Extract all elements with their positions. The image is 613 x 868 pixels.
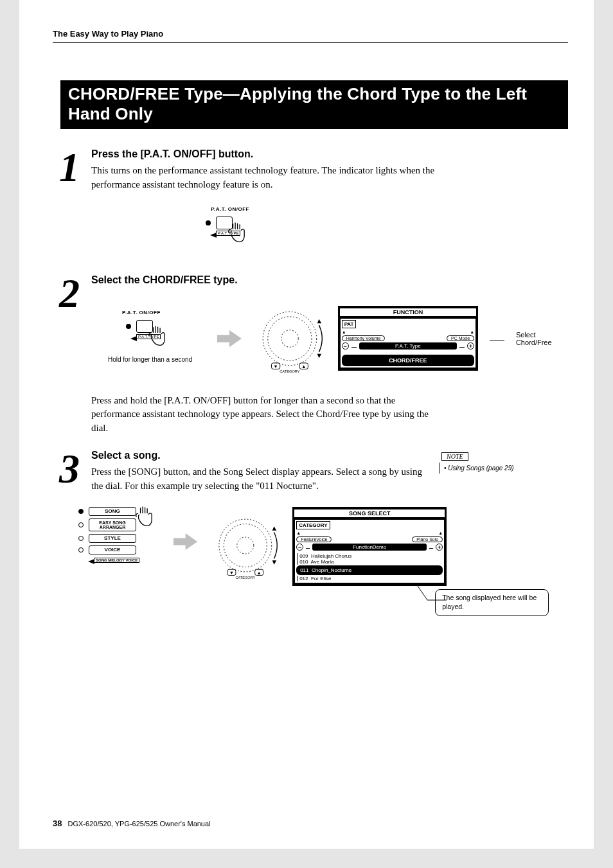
song-button: SONG	[89, 507, 136, 516]
lcd-title: FUNCTION	[340, 308, 477, 316]
svg-text:▲: ▲	[256, 570, 261, 576]
led-off-icon	[78, 547, 84, 553]
pat-onoff-label: P.A.T. ON/OFF	[108, 310, 206, 315]
lcd-bar-label: P.A.T. Type	[359, 342, 458, 350]
indicator-led-icon	[126, 324, 131, 329]
svg-point-1	[268, 316, 312, 360]
step1-illustration: P.A.T. ON/OFF P.A.T. TYPE	[188, 206, 549, 258]
style-button: STYLE	[89, 534, 136, 543]
page-footer: 38 DGX-620/520, YPG-625/525 Owner's Manu…	[53, 819, 211, 828]
pat-button-diagram: P.A.T. ON/OFF P.A.T. TYPE Hold for longe…	[108, 310, 206, 368]
pat-button-diagram: P.A.T. ON/OFF P.A.T. TYPE	[188, 206, 258, 258]
callout-connector	[490, 341, 504, 341]
svg-marker-12	[272, 526, 276, 531]
callout-song-displayed: The song displayed here will be played.	[435, 589, 549, 616]
lcd-bar-label: FunctionDemo	[312, 544, 427, 551]
svg-marker-3	[317, 319, 321, 323]
minus-icon: −	[342, 342, 349, 350]
svg-text:▼: ▼	[229, 570, 233, 576]
step-body: Press the [P.A.T. ON/OFF] button. This t…	[91, 148, 568, 261]
lcd-pill-left: Harmony Volume	[342, 335, 386, 341]
step-text: This turns on the performance assistant …	[91, 164, 438, 192]
step2-illustration: P.A.T. ON/OFF P.A.T. TYPE Hold for longe…	[91, 300, 571, 377]
step-1: 1 Press the [P.A.T. ON/OFF] button. This…	[53, 148, 568, 261]
indicator-led-icon	[206, 220, 211, 226]
song-buttons-diagram: SONG EASY SONG ARRANGER STYLE	[78, 507, 162, 563]
step-title: Press the [P.A.T. ON/OFF] button.	[91, 148, 549, 160]
svg-text:▼: ▼	[273, 363, 278, 369]
step-body: Select a song. Press the [SONG] button, …	[91, 450, 568, 620]
list-item-selected: 011 Chopin_Nocturne	[296, 565, 443, 575]
step-title: Select the CHORD/FREE type.	[91, 274, 571, 286]
note-box: NOTE • Using Songs (page 29)	[440, 452, 549, 474]
svg-point-10	[224, 524, 267, 567]
step-3: 3 Select a song. Press the [SONG] button…	[53, 450, 568, 620]
song-list: 009 Hallelujah Chorus 010 Ave Maria 011 …	[296, 553, 443, 581]
svg-point-9	[218, 519, 271, 572]
svg-point-11	[236, 537, 253, 554]
step-body: Select the CHORD/FREE type. P.A.T. ON/OF…	[91, 274, 590, 436]
lcd-pill-right: Piano Solo	[412, 536, 443, 542]
dial-category-label: CATEGORY	[280, 369, 300, 373]
plus-icon: +	[436, 544, 443, 551]
arrow-right-icon	[173, 533, 197, 551]
lcd-selected-value: CHORD/FREE	[342, 355, 475, 366]
lcd-function-screen: FUNCTION PAT ▲ ▲ Harmony Volume	[338, 306, 479, 371]
step-number: 1	[59, 154, 91, 261]
voice-button: VOICE	[89, 545, 136, 554]
lcd-pill-left: FeatureVoice	[296, 536, 332, 542]
lcd-tag: PAT	[342, 320, 357, 328]
svg-text:▲: ▲	[301, 363, 306, 369]
step-title: Select a song.	[91, 450, 428, 461]
step-text: Press the [SONG] button, and the Song Se…	[91, 465, 425, 493]
note-text: • Using Songs (page 29)	[440, 463, 549, 474]
press-hand-icon	[134, 504, 162, 533]
svg-point-2	[281, 330, 298, 347]
lcd-tag: CATEGORY	[296, 521, 330, 529]
step-text-after: Press and hold the [P.A.T. ON/OFF] butto…	[91, 394, 438, 436]
svg-marker-4	[317, 353, 321, 358]
step-2: 2 Select the CHORD/FREE type. P.A.T. ON/…	[53, 274, 568, 436]
lcd-title: SONG SELECT	[294, 509, 445, 517]
list-item: 009 Hallelujah Chorus	[298, 553, 443, 559]
section-title-bar: CHORD/FREE Type—Applying the Chord Type …	[60, 80, 568, 129]
note-label: NOTE	[440, 452, 470, 461]
page-number: 38	[53, 819, 62, 828]
svg-text:CATEGORY: CATEGORY	[235, 576, 255, 580]
led-off-icon	[78, 522, 84, 527]
list-item: 010 Ave Maria	[298, 559, 443, 565]
lcd-pill-right: PC Mode	[447, 335, 474, 341]
press-hand-icon	[226, 220, 254, 249]
jog-dial-diagram: ▼ ▲ CATEGORY	[253, 300, 326, 377]
svg-marker-13	[272, 561, 276, 565]
easy-song-button: EASY SONG ARRANGER	[89, 518, 136, 531]
press-hand-icon	[147, 324, 175, 352]
jog-dial-diagram: ▼ ▲ CATEGORY	[209, 507, 281, 584]
led-off-icon	[78, 536, 84, 541]
breadcrumb: The Easy Way to Play Piano	[53, 29, 568, 43]
manual-title: DGX-620/520, YPG-625/525 Owner's Manual	[68, 820, 211, 828]
callout-select-chordfree: Select Chord/Free	[516, 331, 571, 346]
list-item: 012 For Elise	[298, 576, 443, 581]
arrow-right-icon	[217, 330, 242, 348]
hold-instruction: Hold for longer than a second	[108, 356, 192, 363]
page: The Easy Way to Play Piano CHORD/FREE Ty…	[19, 0, 594, 849]
step-number: 2	[59, 279, 91, 436]
plus-icon: +	[467, 342, 474, 350]
pat-onoff-label: P.A.T. ON/OFF	[188, 206, 258, 212]
step3-illustration: SONG EASY SONG ARRANGER STYLE	[91, 507, 549, 616]
svg-point-0	[263, 312, 316, 365]
callout-connector	[292, 586, 447, 605]
minus-icon: −	[296, 544, 303, 551]
led-on-icon	[78, 509, 84, 514]
lcd-song-select-screen: SONG SELECT CATEGORY ▲▲ FeatureVoice Pia…	[292, 507, 447, 586]
song-melody-voice-flag: SONG MELODY VOICE	[94, 558, 139, 563]
